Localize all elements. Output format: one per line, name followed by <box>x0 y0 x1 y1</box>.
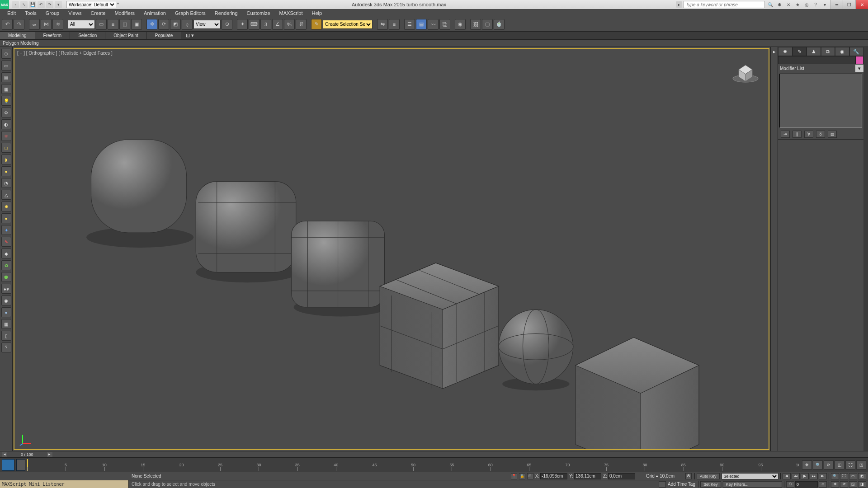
coord-x-input[interactable] <box>540 473 567 479</box>
save-icon[interactable]: 💾 <box>29 1 36 8</box>
material-editor-icon[interactable]: ◉ <box>455 19 466 30</box>
left-tool-sphere-icon[interactable]: ● <box>1 307 11 317</box>
redo-icon[interactable]: ↷ <box>46 1 53 8</box>
signin-icon[interactable]: ✱ <box>776 1 783 8</box>
percent-snap-icon[interactable]: % <box>284 19 295 30</box>
help-dropdown-icon[interactable]: ▾ <box>821 1 828 8</box>
tab-populate[interactable]: Populate <box>147 32 181 39</box>
placement-icon[interactable]: ⎀ <box>182 19 193 30</box>
bind-spacewarp-icon[interactable]: ≋ <box>52 19 63 30</box>
ribbon-expand-icon[interactable]: ⊡ ▾ <box>181 32 198 39</box>
workspace-selector[interactable]: Workspace: Default ▾ <box>66 1 123 8</box>
left-tool-10[interactable]: ● <box>1 166 11 176</box>
timeline-ruler[interactable]: 5101520253035404550556065707580859095100 <box>27 459 799 471</box>
tab-freeform[interactable]: Freeform <box>35 32 71 39</box>
left-tool-21[interactable]: ◉ <box>1 296 11 305</box>
play-icon[interactable]: ▶ <box>801 473 809 479</box>
minimize-button[interactable]: ━ <box>830 0 843 9</box>
nav-zoom-icon[interactable]: 🔍 <box>813 460 823 469</box>
left-tool-24[interactable]: ▯ <box>1 331 11 341</box>
lock-icon[interactable]: 🔒 <box>519 473 525 479</box>
help-icon[interactable]: ? <box>812 1 819 8</box>
goto-start-icon[interactable]: ⏮ <box>783 473 791 479</box>
workspace-extra-icon[interactable]: ▾ <box>117 1 123 8</box>
left-tool-15[interactable]: ✦ <box>1 225 11 235</box>
menu-views[interactable]: Views <box>64 10 86 16</box>
left-tool-5[interactable]: ⚙ <box>1 108 11 117</box>
search-input[interactable] <box>684 1 765 8</box>
prev-frame-icon[interactable]: ◂◂ <box>792 473 800 479</box>
move-gizmo-icon[interactable]: ✥ <box>146 19 157 30</box>
select-by-name-icon[interactable]: ≡ <box>108 19 118 30</box>
nav-zoom-extents-icon[interactable]: ⛶ <box>845 460 855 469</box>
viewcube[interactable] <box>730 52 761 84</box>
tab-object-paint[interactable]: Object Paint <box>105 32 146 39</box>
left-tool-18[interactable]: ✿ <box>1 260 11 270</box>
nav-region-icon[interactable]: ▭ <box>849 473 857 479</box>
nav-orbit2-icon[interactable]: ⟳ <box>840 481 848 488</box>
tab-modeling[interactable]: Modeling <box>0 32 35 39</box>
angle-snap-icon[interactable]: ∠ <box>272 19 283 30</box>
qat-dropdown-icon[interactable]: ▾ <box>55 1 62 8</box>
nav-zoomall-icon[interactable]: ⛶ <box>840 473 848 479</box>
tab-hierarchy-icon[interactable]: ♟ <box>807 47 821 56</box>
schematic-view-icon[interactable]: ⿻ <box>439 19 450 30</box>
key-mode-dropdown[interactable]: Selected <box>722 473 778 479</box>
ribbon-panel-label[interactable]: Polygon Modeling <box>0 40 868 47</box>
current-frame-input[interactable] <box>795 481 818 488</box>
transform-typein-icon[interactable]: ⊞ <box>527 473 533 479</box>
next-frame-icon[interactable]: ▸▸ <box>810 473 818 479</box>
selection-lock-icon[interactable]: 📍 <box>511 473 517 479</box>
time-slider-next-icon[interactable]: ▸ <box>47 452 52 457</box>
menu-animation[interactable]: Animation <box>139 10 170 16</box>
nav-fov-icon[interactable]: ◫ <box>835 460 844 469</box>
select-object-icon[interactable]: ▭ <box>96 19 107 30</box>
left-tool-14[interactable]: ● <box>1 213 11 223</box>
window-crossing-icon[interactable]: ▣ <box>131 19 142 30</box>
curve-editor-icon[interactable]: 〰 <box>428 19 439 30</box>
link-icon[interactable]: ∞ <box>29 19 40 30</box>
favorite-icon[interactable]: ★ <box>794 1 801 8</box>
left-tool-7[interactable]: ⚛ <box>1 131 11 141</box>
nav-pan2-icon[interactable]: ✥ <box>831 481 839 488</box>
redo-button[interactable]: ↷ <box>14 19 24 30</box>
render-icon[interactable]: 🍵 <box>494 19 505 30</box>
viewport-label[interactable]: [ + ] [ Orthographic ] [ Realistic + Edg… <box>17 51 113 56</box>
maxscript-mini-listener[interactable]: MAXScript Mini Listener <box>0 480 129 488</box>
menu-modifiers[interactable]: Modifiers <box>110 10 139 16</box>
trackbar-toggle-icon[interactable] <box>2 459 14 471</box>
spinner-snap-icon[interactable]: ⇵ <box>296 19 307 30</box>
left-tool-8[interactable]: □ <box>1 143 11 153</box>
selection-filter-dropdown[interactable]: All <box>68 20 95 29</box>
pin-stack-icon[interactable]: ⇥ <box>781 131 790 138</box>
key-mode-toggle-icon[interactable]: ⏲ <box>786 481 794 488</box>
tab-selection[interactable]: Selection <box>70 32 105 39</box>
cloud-icon[interactable]: ◎ <box>803 1 810 8</box>
menu-maxscript[interactable]: MAXScript <box>275 10 307 16</box>
nav-pan-icon[interactable]: ✥ <box>802 460 812 469</box>
render-frame-icon[interactable]: ▢ <box>482 19 493 30</box>
restore-button[interactable]: ❐ <box>843 0 855 9</box>
ribbon-toggle-icon[interactable]: ▤ <box>416 19 427 30</box>
scale-gizmo-icon[interactable]: ◩ <box>170 19 181 30</box>
search-icon[interactable]: 🔍 <box>767 1 774 8</box>
left-tool-9[interactable]: ◗ <box>1 155 11 164</box>
undo-button[interactable]: ↶ <box>2 19 13 30</box>
coord-y-input[interactable] <box>574 473 601 479</box>
object-color-swatch[interactable] <box>855 56 863 64</box>
configure-sets-icon[interactable]: ▤ <box>828 131 837 138</box>
pivot-center-icon[interactable]: ⊙ <box>222 19 232 30</box>
viewport-slider[interactable]: ▸ <box>770 47 778 451</box>
nav-max-icon[interactable]: ◳ <box>849 481 857 488</box>
unlink-icon[interactable]: ⋈ <box>41 19 52 30</box>
time-config-icon[interactable]: ⊕ <box>819 481 827 488</box>
tab-utilities-icon[interactable]: 🔧 <box>849 47 864 56</box>
tab-motion-icon[interactable]: ⧉ <box>821 47 835 56</box>
left-tool-light-icon[interactable]: 💡 <box>1 96 11 106</box>
modifier-list-dropdown-icon[interactable]: ▾ <box>855 65 863 72</box>
isolate-icon[interactable]: ⦿ <box>685 473 692 479</box>
left-tool-20[interactable]: ʜᴘ <box>1 284 11 294</box>
modifier-stack[interactable] <box>779 74 862 128</box>
snap-toggle-icon[interactable]: 3 <box>260 19 271 30</box>
auto-key-button[interactable]: Auto Key <box>697 473 720 479</box>
